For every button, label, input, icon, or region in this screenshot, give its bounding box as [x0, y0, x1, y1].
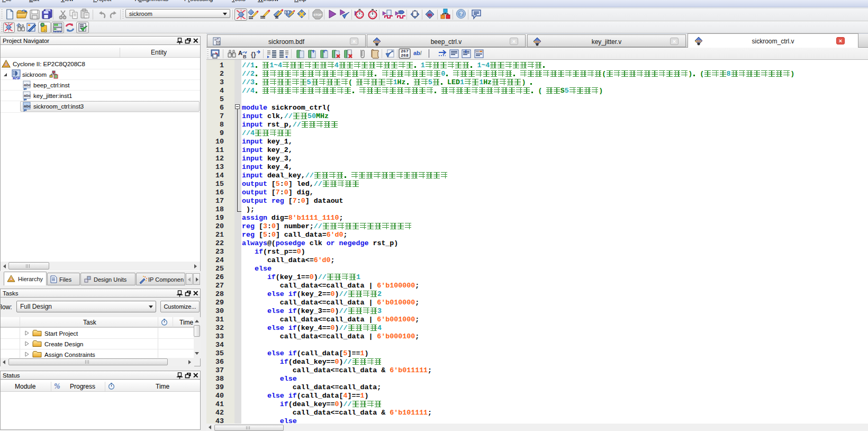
- svg-text:m: m: [428, 12, 432, 17]
- svg-text:abc: abc: [24, 93, 31, 98]
- svg-text:abc: abc: [24, 104, 31, 109]
- svg-text:A: A: [238, 50, 242, 56]
- svg-text:B: B: [243, 54, 247, 59]
- svg-text:{}: {}: [251, 51, 256, 58]
- svg-text:D: D: [286, 11, 288, 14]
- svg-text:abc: abc: [24, 83, 31, 87]
